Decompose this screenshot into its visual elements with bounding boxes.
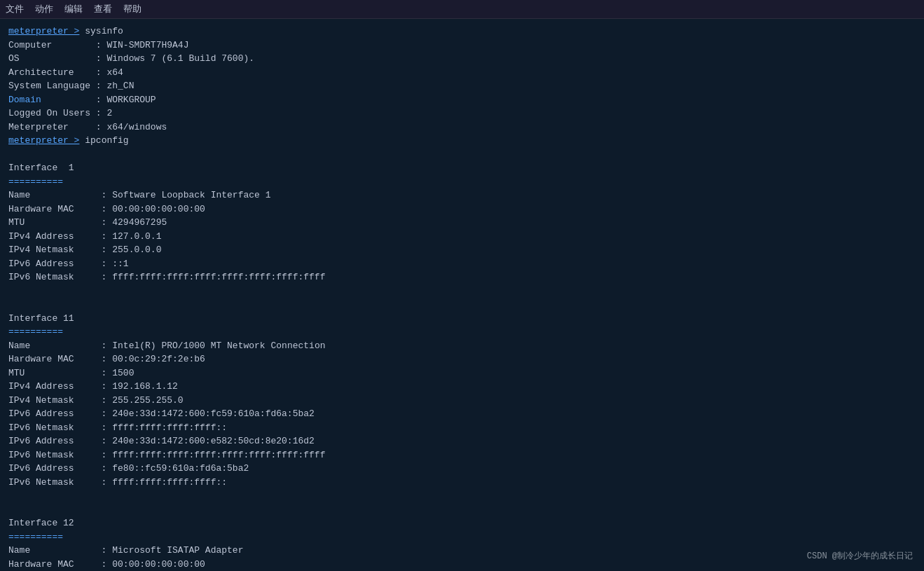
interface1-ipv4addr: IPv4 Address : 127.0.0.1 [8, 231, 161, 242]
interface11-ipv4mask: IPv4 Netmask : 255.255.255.0 [8, 395, 184, 406]
interface11-ipv6mask2: IPv6 Netmask : ffff:ffff:ffff:ffff:ffff:… [8, 450, 325, 460]
interface1-mac: Hardware MAC : 00:00:00:00:00:00 [8, 204, 205, 214]
interface1-mtu: MTU : 4294967295 [8, 217, 167, 228]
interface11-header: Interface 11 [8, 313, 74, 324]
interface11-ipv6addr1: IPv6 Address : 240e:33d:1472:600:fc59:61… [8, 408, 315, 419]
menu-bar: 文件 动作 编辑 查看 帮助 [0, 0, 924, 19]
interface11-ipv4addr: IPv4 Address : 192.168.1.12 [8, 381, 178, 392]
interface12-header: Interface 12 [8, 518, 74, 528]
interface12-mac: Hardware MAC : 00:00:00:00:00:00 [8, 559, 205, 570]
cmd-ipconfig: ipconfig [79, 135, 128, 146]
menu-action[interactable]: 动作 [35, 3, 53, 15]
terminal-window: 文件 动作 编辑 查看 帮助 meterpreter > sysinfo Com… [0, 0, 924, 571]
output-domain-key: Domain [8, 95, 41, 105]
output-loggedon: Logged On Users : 2 [8, 108, 112, 118]
output-computer: Computer : WIN-SMDRT7H9A4J [8, 40, 188, 50]
interface1-ipv6mask: IPv6 Netmask : ffff:ffff:ffff:ffff:ffff:… [8, 272, 325, 282]
interface1-underline: ========== [8, 177, 63, 187]
output-arch: Architecture : x64 [8, 67, 123, 78]
interface1-ipv4mask: IPv4 Netmask : 255.0.0.0 [8, 245, 161, 255]
interface11-mtu: MTU : 1500 [8, 368, 134, 378]
menu-file[interactable]: 文件 [6, 3, 24, 15]
watermark: CSDN @制冷少年的成长日记 [807, 550, 913, 563]
output-lang: System Language : zh_CN [8, 81, 134, 91]
menu-view[interactable]: 查看 [94, 3, 112, 15]
interface11-underline: ========== [8, 326, 63, 337]
output-os: OS : Windows 7 (6.1 Build 7600). [8, 53, 254, 64]
interface11-ipv6addr3: IPv6 Address : fe80::fc59:610a:fd6a:5ba2 [8, 463, 249, 474]
interface11-mac: Hardware MAC : 00:0c:29:2f:2e:b6 [8, 354, 205, 364]
interface1-name: Name : Software Loopback Interface 1 [8, 190, 270, 200]
prompt-sysinfo: meterpreter > [8, 26, 79, 36]
output-meterpreter: Meterpreter : x64/windows [8, 122, 167, 132]
interface11-ipv6addr2: IPv6 Address : 240e:33d:1472:600:e582:50… [8, 436, 315, 446]
terminal-output: meterpreter > sysinfo Computer : WIN-SMD… [8, 25, 916, 571]
menu-edit[interactable]: 编辑 [64, 3, 83, 15]
interface11-name: Name : Intel(R) PRO/1000 MT Network Conn… [8, 340, 326, 351]
menu-help[interactable]: 帮助 [123, 3, 142, 15]
terminal-content[interactable]: meterpreter > sysinfo Computer : WIN-SMD… [0, 19, 924, 571]
output-domain-val: : WORKGROUP [41, 95, 156, 105]
prompt-ipconfig: meterpreter > [8, 135, 79, 146]
interface11-ipv6mask3: IPv6 Netmask : ffff:ffff:ffff:ffff:: [8, 477, 227, 488]
interface11-ipv6mask1: IPv6 Netmask : ffff:ffff:ffff:ffff:: [8, 422, 227, 433]
cmd-sysinfo: sysinfo [79, 26, 123, 36]
interface12-name: Name : Microsoft ISATAP Adapter [8, 545, 243, 556]
interface12-underline: ========== [8, 532, 63, 542]
interface1-ipv6addr: IPv6 Address : ::1 [8, 259, 129, 269]
interface1-header: Interface 1 [8, 163, 74, 173]
